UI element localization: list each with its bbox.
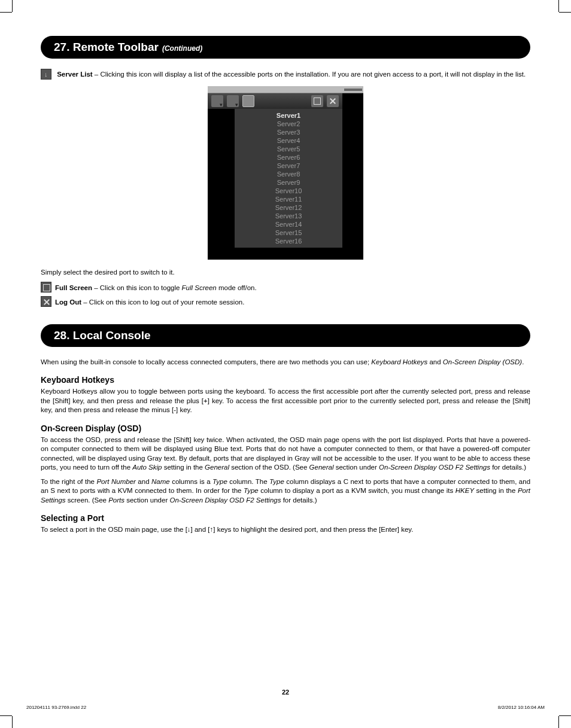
osd-p2-i1: Port Number bbox=[96, 478, 135, 485]
toolbar-server-list-icon[interactable] bbox=[242, 95, 254, 107]
osd-p1-i3: General bbox=[309, 464, 334, 471]
server-list-item[interactable]: Server1 bbox=[235, 111, 342, 120]
logout-icon bbox=[41, 296, 51, 307]
server-list-item[interactable]: Server10 bbox=[235, 187, 342, 195]
osd-p1-c: section of the OSD. (See bbox=[229, 464, 309, 471]
server-list-item[interactable]: Server13 bbox=[235, 212, 342, 220]
footer-left: 201204111 93-2769.indd 22 bbox=[26, 705, 86, 710]
intro-a: When using the built-in console to local… bbox=[41, 358, 371, 365]
keyboard-hotkeys-text: Keyboard Hotkeys allow you to toggle bet… bbox=[41, 387, 530, 415]
section-28-title: 28. Local Console bbox=[54, 329, 151, 342]
osd-p2-f: column to display a port as a KVM switch… bbox=[259, 487, 455, 494]
osd-p2-j: for details.) bbox=[281, 496, 317, 504]
section-28-intro: When using the built-in console to local… bbox=[41, 358, 530, 367]
osd-p1-i2: General bbox=[205, 464, 229, 471]
section-27-header: 27. Remote Toolbar (Continued) bbox=[41, 36, 530, 59]
server-list-icon bbox=[41, 69, 51, 80]
section-27-continued: (Continued) bbox=[162, 44, 202, 53]
osd-p2-b: and bbox=[136, 478, 151, 485]
osd-p1-d: section under bbox=[334, 464, 379, 471]
server-list-label: Server List bbox=[57, 71, 92, 78]
screenshot-top-bar bbox=[208, 86, 363, 93]
keyboard-hotkeys-head: Keyboard Hotkeys bbox=[41, 375, 530, 385]
server-list-screenshot: Server1Server2Server3Server4Server5Serve… bbox=[41, 86, 530, 260]
remote-toolbar bbox=[208, 93, 342, 109]
server-list-item[interactable]: Server8 bbox=[235, 170, 342, 178]
osd-p2-a: To the right of the bbox=[41, 478, 96, 485]
server-list-item[interactable]: Server7 bbox=[235, 162, 342, 170]
osd-p2-i4: Type bbox=[269, 478, 284, 485]
server-list-item[interactable]: Server12 bbox=[235, 203, 342, 212]
osd-p1-i4: On-Screen Display OSD F2 Settings bbox=[379, 464, 490, 471]
server-list-item[interactable]: Server9 bbox=[235, 178, 342, 187]
osd-p1-e: for details.) bbox=[490, 464, 526, 471]
log-out-label: Log Out bbox=[55, 298, 81, 306]
intro-i1: Keyboard Hotkeys bbox=[371, 358, 427, 365]
osd-p2-i8: Ports bbox=[108, 496, 124, 504]
osd-p2-c: columns is a bbox=[170, 478, 212, 485]
osd-p2-i: section under bbox=[124, 496, 169, 504]
server-list-dropdown: Server1Server2Server3Server4Server5Serve… bbox=[235, 109, 342, 248]
osd-p2-i5: Type bbox=[244, 487, 259, 494]
full-screen-text-b: mode off/on. bbox=[217, 284, 257, 291]
osd-p1-i1: Auto Skip bbox=[132, 464, 162, 471]
section-27-title: 27. Remote Toolbar bbox=[54, 41, 159, 54]
osd-p2-i2: Name bbox=[151, 478, 170, 485]
full-screen-text-i: Full Screen bbox=[182, 284, 217, 291]
fullscreen-icon bbox=[41, 282, 51, 293]
switch-port-text: Simply select the desired port to switch… bbox=[41, 268, 530, 278]
log-out-text: – Click on this icon to log out of your … bbox=[81, 298, 244, 306]
toolbar-fullscreen-icon[interactable] bbox=[311, 95, 323, 107]
osd-head: On-Screen Display (OSD) bbox=[41, 424, 530, 433]
osd-p2-g: setting in the bbox=[474, 487, 518, 494]
server-list-paragraph: Server List – Clicking this icon will di… bbox=[41, 69, 530, 80]
server-list-item[interactable]: Server15 bbox=[235, 229, 342, 237]
server-list-item[interactable]: Server14 bbox=[235, 220, 342, 229]
section-28-header: 28. Local Console bbox=[41, 324, 530, 347]
full-screen-label: Full Screen bbox=[55, 284, 92, 291]
full-screen-text-a: – Click on this icon to toggle bbox=[92, 284, 182, 291]
page-number: 22 bbox=[0, 689, 571, 696]
osd-p2-i6: HKEY bbox=[455, 487, 474, 494]
osd-p1-b: setting in the bbox=[162, 464, 205, 471]
toolbar-logout-icon[interactable] bbox=[327, 95, 339, 107]
intro-i2: On-Screen Display (OSD) bbox=[443, 358, 522, 365]
full-screen-line: Full Screen – Click on this icon to togg… bbox=[41, 282, 530, 293]
server-list-item[interactable]: Server5 bbox=[235, 145, 342, 153]
osd-p2-i9: On-Screen Display OSD F2 Settings bbox=[169, 496, 281, 504]
server-list-item[interactable]: Server3 bbox=[235, 128, 342, 136]
osd-p2-h: screen. (See bbox=[66, 496, 109, 504]
selecting-port-text: To select a port in the OSD main page, u… bbox=[41, 525, 530, 535]
osd-paragraph-1: To access the OSD, press and release the… bbox=[41, 435, 530, 473]
osd-p2-d: column. The bbox=[227, 478, 269, 485]
intro-mid: and bbox=[427, 358, 443, 365]
footer-right: 8/2/2012 10:16:04 AM bbox=[498, 705, 545, 710]
server-list-item[interactable]: Server4 bbox=[235, 136, 342, 145]
toolbar-settings-icon[interactable] bbox=[227, 95, 239, 107]
intro-end: . bbox=[522, 358, 524, 365]
osd-p2-i3: Type bbox=[212, 478, 227, 485]
osd-paragraph-2: To the right of the Port Number and Name… bbox=[41, 477, 530, 505]
toolbar-pointer-icon[interactable] bbox=[211, 95, 223, 107]
server-list-item[interactable]: Server16 bbox=[235, 237, 342, 245]
server-list-item[interactable]: Server2 bbox=[235, 120, 342, 128]
server-list-item[interactable]: Server11 bbox=[235, 195, 342, 203]
server-list-text: – Clicking this icon will display a list… bbox=[93, 71, 526, 78]
selecting-port-head: Selecting a Port bbox=[41, 513, 530, 523]
server-list-item[interactable]: Server6 bbox=[235, 153, 342, 162]
log-out-line: Log Out – Click on this icon to log out … bbox=[41, 297, 530, 307]
